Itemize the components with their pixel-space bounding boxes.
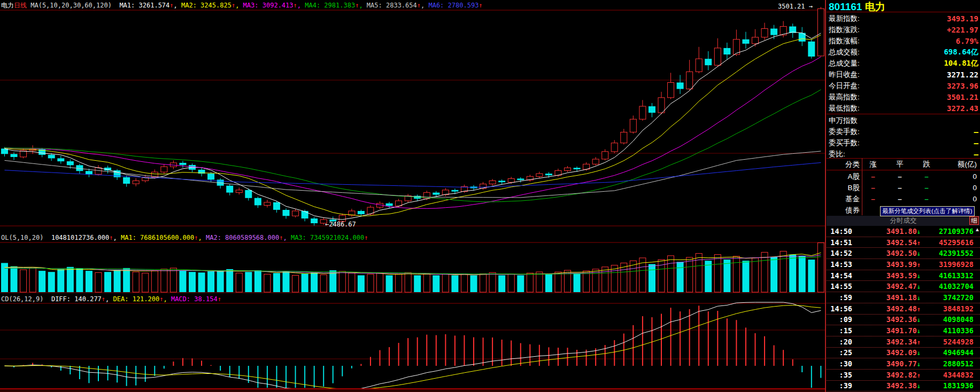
detail-button[interactable]: 细 bbox=[969, 216, 979, 225]
tick-row[interactable]: 14:54 3493.59↓ 41613312 bbox=[827, 270, 980, 281]
header-segment: , bbox=[163, 295, 171, 303]
header-segment: MACD: 38.154 bbox=[171, 295, 218, 303]
tick-price: 3491.18↓ bbox=[852, 293, 921, 302]
tick-volume: 45295616 bbox=[921, 238, 980, 247]
kline-chart-area[interactable]: 电力日线 MA(5,10,20,30,60,120) MA1: 3261.574… bbox=[0, 0, 825, 392]
macd-pane-header: CD(26,12,9) DIFF: 140.277↑, DEA: 121.200… bbox=[1, 295, 221, 303]
up-count: – bbox=[860, 195, 886, 203]
quote-label: 今日开盘: bbox=[829, 81, 860, 91]
quote-value: 3501.21 bbox=[947, 93, 978, 101]
quote-row: 最新指数: 3493.19 bbox=[827, 13, 980, 24]
tick-volume: 2880512 bbox=[921, 359, 980, 368]
tick-row[interactable]: 14:50 3491.80↓ 27109376 bbox=[827, 226, 980, 237]
tick-price: 3493.59↓ bbox=[852, 271, 921, 280]
category-row[interactable]: 基金 – – – 0 bbox=[827, 193, 980, 205]
tick-row[interactable]: :59 3491.18↓ 3742720 bbox=[827, 292, 980, 303]
sw-value: — bbox=[974, 128, 978, 136]
header-segment: ↑ bbox=[218, 295, 221, 303]
tick-volume: 41032704 bbox=[921, 282, 980, 291]
tick-row[interactable]: :25 3492.09↓ 4946944 bbox=[827, 348, 980, 359]
tick-row[interactable]: :09 3492.36↓ 4098048 bbox=[827, 315, 980, 326]
tick-price: 3491.70↓ bbox=[852, 326, 921, 335]
flat-count: – bbox=[886, 173, 913, 181]
tick-volume: 41613312 bbox=[921, 271, 980, 280]
direction-arrow-icon: ↓ bbox=[917, 272, 921, 280]
quote-row: 昨日收盘: 3271.22 bbox=[827, 69, 980, 80]
scroll-up-icon[interactable]: ▲ bbox=[975, 226, 980, 232]
tick-time: 14:52 bbox=[827, 249, 852, 257]
tick-time: :59 bbox=[827, 293, 852, 302]
header-segment: ↑ bbox=[102, 295, 105, 303]
tick-volume: 31996928 bbox=[921, 260, 980, 269]
down-count: – bbox=[913, 184, 940, 192]
header-segment: , bbox=[174, 2, 181, 9]
quote-label: 总成交额: bbox=[829, 48, 860, 57]
direction-arrow-icon: ↑ bbox=[917, 305, 921, 313]
header-segment: ↑ bbox=[194, 234, 198, 241]
direction-arrow-icon: ↓ bbox=[917, 349, 921, 357]
tick-time: :30 bbox=[827, 359, 852, 368]
tick-row[interactable]: 14:51 3492.54↑ 45295616 bbox=[827, 237, 980, 248]
tick-volume: 1831936 bbox=[921, 381, 980, 390]
symbol-title: 801161 电力 bbox=[829, 0, 885, 12]
header-segment: DEA: 121.200 bbox=[113, 295, 160, 303]
tick-row[interactable]: 14:53 3493.99↑ 31996928 bbox=[827, 259, 980, 270]
tick-row[interactable]: :20 3492.34↑ 5244928 bbox=[827, 336, 980, 348]
direction-arrow-icon: ↓ bbox=[917, 316, 921, 324]
col-category: 分类 bbox=[827, 160, 860, 169]
quote-row: 最高指数: 3501.21 bbox=[827, 91, 980, 103]
tick-price: 3492.50↓ bbox=[852, 249, 921, 257]
tick-row[interactable]: :15 3491.70↓ 4110336 bbox=[827, 325, 980, 336]
tick-volume: 4946944 bbox=[921, 348, 980, 357]
tick-volume: 42391552 bbox=[921, 249, 980, 257]
sw-value: — bbox=[974, 139, 978, 147]
header-segment: MA1: 3261.574 bbox=[119, 2, 169, 9]
quote-label: 最低指数: bbox=[829, 104, 860, 113]
header-segment: , bbox=[283, 234, 290, 241]
quote-panel: 801161 电力 最新指数: 3493.19 指数涨跌: +221.97 指数… bbox=[827, 0, 980, 392]
tick-price: 3492.38↓ bbox=[852, 381, 921, 390]
header-segment: , bbox=[113, 234, 121, 241]
tick-price: 3492.47↓ bbox=[852, 282, 921, 291]
tick-row[interactable]: :35 3492.82↑ 4344832 bbox=[827, 370, 980, 381]
tick-list-title: 分时成交 bbox=[890, 217, 917, 224]
tick-row[interactable]: 14:56 3492.48↑ 3848192 bbox=[827, 303, 980, 315]
quote-row: 今日开盘: 3273.96 bbox=[827, 80, 980, 91]
tick-row[interactable]: 14:52 3492.50↓ 42391552 bbox=[827, 248, 980, 259]
tick-price: 3493.99↑ bbox=[852, 260, 921, 269]
flat-count: – bbox=[886, 195, 913, 203]
direction-arrow-icon: ↓ bbox=[917, 327, 921, 335]
header-segment: MA(5,10,20,30,60,120) bbox=[27, 2, 119, 9]
category-row[interactable]: A股 – – – 0 bbox=[827, 171, 980, 182]
header-segment: , bbox=[198, 234, 206, 241]
tick-price: 3491.80↓ bbox=[852, 227, 921, 236]
quote-row: 指数涨幅: 6.79% bbox=[827, 35, 980, 46]
tick-price: 3492.36↓ bbox=[852, 315, 921, 324]
tick-time: 14:50 bbox=[827, 227, 852, 236]
panel-divider bbox=[825, 0, 826, 392]
tick-time: 14:54 bbox=[827, 271, 852, 280]
tick-row[interactable]: :39 3492.38↓ 1831936 bbox=[827, 381, 980, 392]
direction-arrow-icon: ↓ bbox=[917, 382, 921, 390]
header-segment: ↑ bbox=[294, 2, 297, 9]
tick-row[interactable]: :30 3490.77↓ 2880512 bbox=[827, 358, 980, 370]
tick-volume: 27109376 bbox=[921, 227, 980, 236]
col-up: 涨 bbox=[860, 160, 886, 169]
header-segment: MA5: 2833.654 bbox=[367, 2, 417, 9]
tick-row[interactable]: 14:55 3492.47↓ 41032704 bbox=[827, 281, 980, 292]
sw-row: 委买手数: — bbox=[827, 137, 980, 148]
header-segment: ↑ bbox=[169, 2, 173, 9]
quote-value: 3273.96 bbox=[947, 82, 978, 90]
sw-label: 委卖手数: bbox=[829, 127, 860, 137]
direction-arrow-icon: ↑ bbox=[917, 261, 921, 269]
direction-arrow-icon: ↑ bbox=[917, 239, 921, 247]
col-amount: 额(亿) bbox=[940, 160, 980, 169]
direction-arrow-icon: ↓ bbox=[917, 228, 921, 236]
direction-arrow-icon: ↑ bbox=[917, 339, 921, 346]
tick-time: :09 bbox=[827, 315, 852, 324]
category-row[interactable]: B股 – – – 0 bbox=[827, 182, 980, 193]
separator bbox=[827, 114, 980, 114]
symbol-name: 电力 bbox=[865, 1, 885, 12]
sw-row: 委卖手数: — bbox=[827, 126, 980, 137]
header-segment: MA2: 3245.825 bbox=[181, 2, 232, 9]
